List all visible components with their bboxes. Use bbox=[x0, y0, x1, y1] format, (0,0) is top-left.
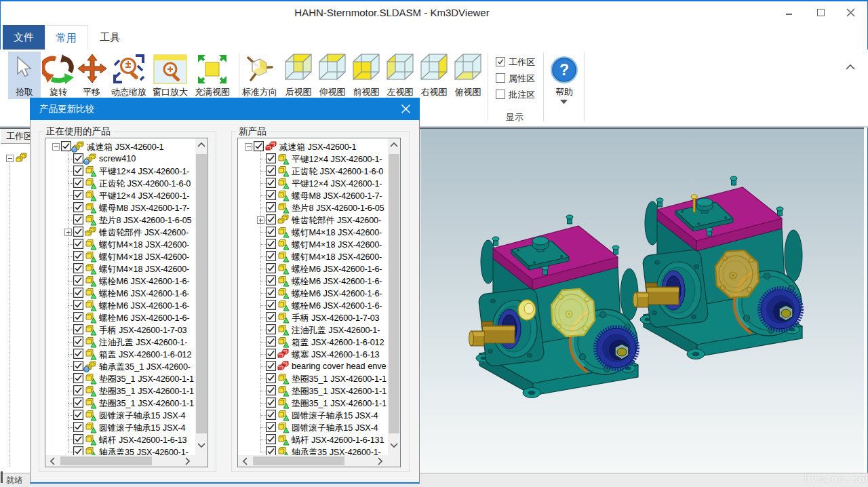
svg-text:?: ? bbox=[559, 61, 569, 79]
